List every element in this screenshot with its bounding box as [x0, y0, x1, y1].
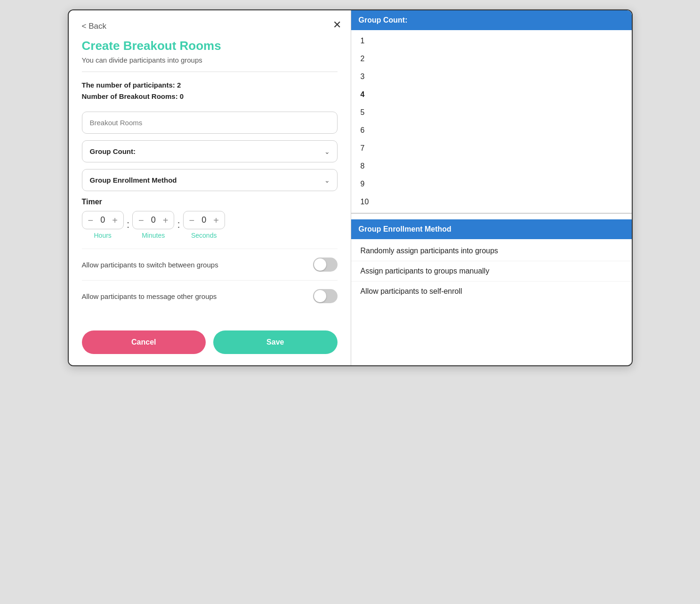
action-buttons: Cancel Save — [82, 323, 338, 354]
list-item[interactable]: 7 — [351, 139, 632, 157]
enrollment-dropdown-header: Group Enrollment Method — [351, 219, 632, 239]
list-item[interactable]: 1 — [351, 32, 632, 50]
minutes-value: 0 — [149, 215, 158, 225]
seconds-label: Seconds — [191, 232, 217, 239]
minutes-unit: − 0 + Minutes — [132, 211, 174, 239]
close-button[interactable]: ✕ — [333, 20, 341, 30]
divider — [82, 72, 338, 72]
participants-count: The number of participants: 2 — [82, 80, 338, 91]
seconds-value: 0 — [199, 215, 209, 225]
seconds-unit: − 0 + Seconds — [183, 211, 225, 239]
switch-groups-toggle[interactable] — [313, 258, 338, 272]
list-item[interactable]: 3 — [351, 68, 632, 86]
hours-label: Hours — [94, 232, 112, 239]
modal-title: Create Breakout Rooms — [82, 39, 338, 53]
enrollment-list: Randomly assign participants into groups… — [351, 239, 632, 303]
enrollment-method-wrapper: Group Enrollment Method ⌄ — [82, 169, 338, 191]
list-item[interactable]: 9 — [351, 175, 632, 193]
stats-section: The number of participants: 2 Number of … — [82, 80, 338, 102]
hours-unit: − 0 + Hours — [82, 211, 124, 239]
breakout-rooms-input[interactable] — [82, 112, 338, 134]
cancel-button[interactable]: Cancel — [82, 330, 206, 354]
enrollment-method-dropdown[interactable]: Group Enrollment Method — [82, 169, 338, 191]
seconds-box: − 0 + — [183, 211, 225, 229]
group-count-dropdown[interactable]: Group Count: — [82, 140, 338, 162]
colon-1: : — [124, 215, 132, 231]
group-count-wrapper: Group Count: ⌄ — [82, 140, 338, 162]
timer-section: Timer − 0 + Hours : − 0 + — [82, 198, 338, 239]
minutes-increment[interactable]: + — [163, 216, 169, 225]
hours-box: − 0 + — [82, 211, 124, 229]
modal-panel: < Back ✕ Create Breakout Rooms You can d… — [69, 10, 351, 365]
hours-increment[interactable]: + — [112, 216, 118, 225]
timer-controls: − 0 + Hours : − 0 + Minutes : — [82, 211, 338, 239]
dropdown-overlay: Group Count: 12345678910 Group Enrollmen… — [351, 10, 632, 365]
hours-value: 0 — [98, 215, 107, 225]
seconds-decrement[interactable]: − — [189, 216, 195, 225]
modal-subtitle: You can divide participants into groups — [82, 56, 338, 64]
colon-2: : — [174, 215, 183, 231]
back-label: < Back — [82, 22, 106, 31]
list-item[interactable]: Allow participants to self-enroll — [351, 282, 632, 301]
list-item[interactable]: 2 — [351, 50, 632, 68]
save-button[interactable]: Save — [213, 330, 338, 354]
message-groups-toggle[interactable] — [313, 289, 338, 303]
switch-groups-label: Allow participants to switch between gro… — [82, 260, 218, 270]
minutes-decrement[interactable]: − — [138, 216, 144, 225]
timer-label: Timer — [82, 198, 338, 206]
message-groups-label: Allow participants to message other grou… — [82, 291, 217, 301]
list-item[interactable]: Assign participants to groups manually — [351, 261, 632, 282]
hours-decrement[interactable]: − — [88, 216, 94, 225]
list-item[interactable]: 5 — [351, 104, 632, 121]
breakout-rooms-count: Number of Breakout Rooms: 0 — [82, 91, 338, 102]
minutes-box: − 0 + — [132, 211, 174, 229]
list-item[interactable]: 10 — [351, 193, 632, 211]
list-item[interactable]: Randomly assign participants into groups — [351, 241, 632, 261]
message-groups-row: Allow participants to message other grou… — [82, 280, 338, 312]
list-item[interactable]: 4 — [351, 86, 632, 104]
enrollment-dropdown-panel: Group Enrollment Method Randomly assign … — [351, 219, 632, 303]
group-count-dropdown-header: Group Count: — [351, 10, 632, 30]
seconds-increment[interactable]: + — [213, 216, 219, 225]
list-item[interactable]: 8 — [351, 157, 632, 175]
list-item[interactable]: 6 — [351, 121, 632, 139]
switch-groups-row: Allow participants to switch between gro… — [82, 249, 338, 280]
back-button[interactable]: < Back — [82, 22, 338, 31]
group-count-list: 12345678910 — [351, 30, 632, 213]
group-count-dropdown-panel: Group Count: 12345678910 — [351, 10, 632, 214]
minutes-label: Minutes — [142, 232, 165, 239]
